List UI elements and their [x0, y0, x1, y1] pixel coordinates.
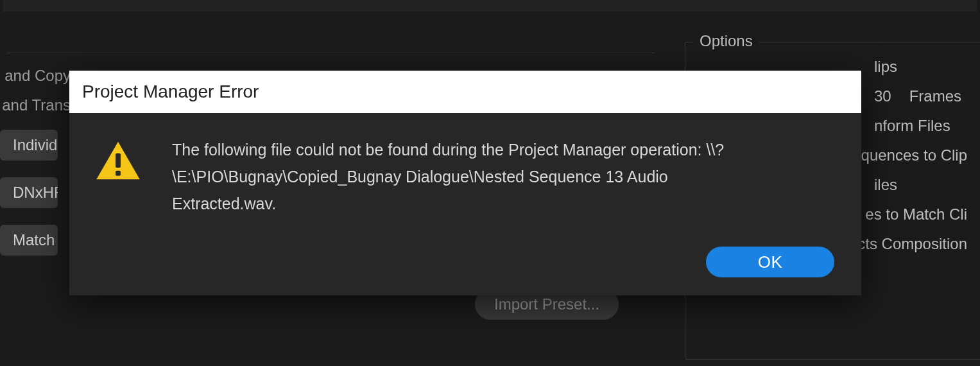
dialog-message: The following file could not be found du…: [172, 136, 750, 234]
format-button-individual[interactable]: Individ: [0, 130, 58, 161]
label-and-trans: and Trans: [0, 96, 71, 114]
left-column: and Copy and Trans Individ DNxHR Match: [0, 67, 77, 272]
option-unit: Frames: [909, 87, 961, 105]
option-label: es to Match Cli: [865, 205, 967, 223]
svg-rect-0: [116, 153, 121, 168]
dialog-footer: OK: [69, 247, 861, 295]
option-label: nform Files: [874, 117, 950, 135]
error-dialog: Project Manager Error The following file…: [69, 71, 861, 295]
options-legend: Options: [693, 32, 759, 50]
format-button-dnxhr[interactable]: DNxHR: [0, 177, 58, 208]
label-and-copy: and Copy: [0, 67, 71, 85]
dialog-title-bar: Project Manager Error: [69, 71, 861, 113]
top-strip: [3, 0, 977, 12]
option-label: cts Composition: [857, 235, 967, 253]
option-value: 30: [874, 87, 891, 105]
ok-button[interactable]: OK: [706, 247, 834, 277]
warning-icon: [95, 136, 141, 234]
option-label: quences to Clip: [861, 146, 967, 164]
app-root: and Copy and Trans Individ DNxHR Match I…: [0, 0, 980, 366]
dialog-body: The following file could not be found du…: [69, 113, 861, 247]
dialog-title: Project Manager Error: [82, 82, 259, 102]
section-divider: [6, 53, 655, 53]
option-label: lips: [874, 58, 897, 76]
format-button-match[interactable]: Match: [0, 225, 58, 256]
option-label: iles: [874, 176, 897, 194]
svg-rect-1: [116, 171, 121, 176]
